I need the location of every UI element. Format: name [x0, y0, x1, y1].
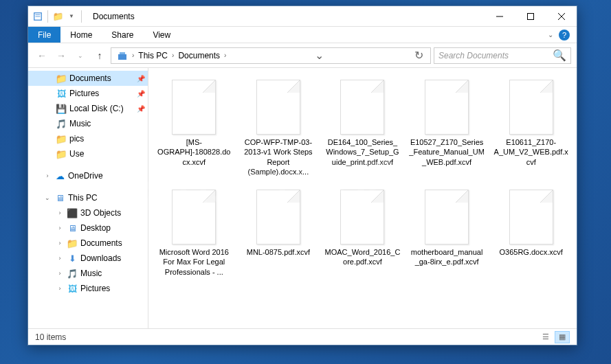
- explorer-window: 📁 ▼ Documents File Home Share View ⌄ ? ←…: [27, 5, 577, 345]
- file-name: Microsoft Word 2016 For Max For Legal Pr…: [156, 247, 232, 277]
- qat-dropdown-icon[interactable]: ▼: [66, 11, 77, 22]
- search-icon[interactable]: 🔍: [553, 49, 566, 62]
- breadcrumb-item[interactable]: This PC: [135, 51, 170, 60]
- titlebar: 📁 ▼ Documents: [28, 6, 577, 27]
- tree-collapsed-icon[interactable]: ›: [56, 209, 64, 216]
- search-box[interactable]: 🔍: [434, 47, 571, 64]
- file-tab[interactable]: File: [28, 27, 60, 43]
- nav-item[interactable]: ›🎵Music: [28, 266, 148, 281]
- desktop-icon: 🖥: [67, 223, 78, 234]
- file-item[interactable]: MNL-0875.pdf.xcvf: [237, 185, 320, 282]
- file-item[interactable]: O365RG.docx.xcvf: [489, 185, 573, 282]
- nav-label: Music: [69, 119, 91, 128]
- maximize-button[interactable]: [515, 6, 546, 26]
- tree-collapsed-icon[interactable]: ›: [56, 225, 64, 231]
- nav-label: pics: [69, 134, 84, 144]
- file-thumbnail-icon: [509, 190, 553, 244]
- nav-onedrive[interactable]: › ☁ OneDrive: [28, 168, 148, 183]
- chevron-right-icon[interactable]: ›: [223, 52, 227, 59]
- file-name: O365RG.docx.xcvf: [500, 247, 563, 257]
- item-count: 10 items: [35, 332, 66, 342]
- minimize-button[interactable]: [484, 6, 515, 26]
- new-folder-icon[interactable]: 📁: [52, 11, 63, 22]
- icons-view-button[interactable]: ▦: [555, 331, 570, 343]
- separator: [81, 10, 82, 23]
- body: 📁Documents📌🖼Pictures📌💾Local Disk (C:)📌🎵M…: [28, 68, 577, 328]
- nav-label: This PC: [68, 193, 98, 203]
- up-button[interactable]: ↑: [91, 47, 108, 64]
- nav-item[interactable]: ›⬇Downloads: [28, 251, 148, 266]
- breadcrumb-dropdown-icon[interactable]: ⌄: [311, 49, 328, 62]
- disk-icon: 💾: [56, 103, 67, 114]
- close-button[interactable]: [546, 6, 577, 26]
- file-list[interactable]: [MS-OGRAPH]-180828.docx.xcvfCOP-WFP-TMP-…: [148, 68, 577, 328]
- nav-item[interactable]: 🖼Pictures📌: [28, 86, 148, 101]
- tree-collapsed-icon[interactable]: ›: [56, 255, 64, 262]
- nav-item[interactable]: 📁Use: [28, 146, 148, 161]
- refresh-icon[interactable]: ↻: [410, 49, 427, 62]
- file-thumbnail-icon: [509, 80, 553, 135]
- ribbon-expand-icon[interactable]: ⌄: [548, 31, 553, 38]
- chevron-right-icon[interactable]: ›: [170, 52, 175, 59]
- pin-icon: 📌: [137, 90, 145, 98]
- file-item[interactable]: E10527_Z170_Series_Feature_Manual_UM_WEB…: [406, 75, 489, 181]
- navigation-pane: 📁Documents📌🖼Pictures📌💾Local Disk (C:)📌🎵M…: [28, 68, 148, 328]
- svg-rect-4: [527, 13, 533, 19]
- tree-expanded-icon[interactable]: ⌄: [43, 194, 52, 201]
- breadcrumb[interactable]: › This PC › Documents › ⌄ ↻: [111, 47, 431, 64]
- nav-item[interactable]: ›🖥Desktop: [28, 220, 148, 236]
- status-bar: 10 items ☰ ▦: [28, 328, 577, 345]
- ribbon-help-area: ⌄ ?: [541, 27, 577, 43]
- svg-rect-7: [118, 54, 126, 60]
- nav-item[interactable]: 🎵Music: [28, 116, 148, 131]
- tree-collapsed-icon[interactable]: ›: [43, 172, 52, 179]
- file-item[interactable]: DE164_100_Series_Windows_7_Setup_Guide_p…: [321, 75, 404, 181]
- svg-rect-8: [120, 52, 125, 54]
- tree-collapsed-icon[interactable]: ›: [56, 285, 64, 292]
- back-button[interactable]: ←: [34, 47, 50, 64]
- nav-item[interactable]: ›📁Documents: [28, 236, 148, 251]
- downloads-icon: ⬇: [67, 253, 78, 264]
- tree-collapsed-icon[interactable]: ›: [56, 240, 64, 247]
- pictures-icon: 🖼: [56, 88, 67, 99]
- quick-access-toolbar: 📁 ▼: [28, 10, 87, 23]
- details-view-button[interactable]: ☰: [538, 331, 553, 343]
- pictures-icon: 🖼: [67, 283, 78, 294]
- forward-button[interactable]: →: [53, 47, 69, 64]
- file-name: E10527_Z170_Series_Feature_Manual_UM_WEB…: [409, 137, 485, 167]
- nav-label: OneDrive: [68, 171, 103, 181]
- search-input[interactable]: [438, 51, 553, 60]
- file-name: COP-WFP-TMP-03-2013-v1 Work Steps Report…: [241, 137, 316, 176]
- nav-item[interactable]: 💾Local Disk (C:)📌: [28, 101, 148, 116]
- breadcrumb-item[interactable]: Documents: [175, 51, 223, 60]
- file-thumbnail-icon: [256, 190, 300, 244]
- nav-item[interactable]: 📁pics: [28, 131, 148, 146]
- file-item[interactable]: E10611_Z170-A_UM_V2_WEB.pdf.xcvf: [489, 75, 573, 181]
- file-thumbnail-icon: [340, 80, 384, 135]
- help-icon[interactable]: ?: [559, 30, 570, 41]
- nav-label: Documents: [80, 238, 122, 248]
- file-item[interactable]: COP-WFP-TMP-03-2013-v1 Work Steps Report…: [237, 75, 320, 181]
- folder-icon: 📁: [56, 133, 67, 144]
- nav-item[interactable]: ›🖼Pictures: [28, 281, 148, 296]
- file-item[interactable]: MOAC_Word_2016_Core.pdf.xcvf: [321, 185, 404, 282]
- folder-icon: 📁: [56, 73, 67, 84]
- nav-label: Pictures: [80, 284, 110, 293]
- tree-collapsed-icon[interactable]: ›: [56, 270, 64, 277]
- file-item[interactable]: motherboard_manual_ga-8irx_e.pdf.xcvf: [406, 185, 489, 282]
- music-icon: 🎵: [67, 268, 78, 279]
- nav-thispc[interactable]: ⌄ 🖥 This PC: [28, 190, 148, 205]
- view-tab[interactable]: View: [143, 27, 180, 43]
- nav-item[interactable]: ›⬛3D Objects: [28, 205, 148, 220]
- share-tab[interactable]: Share: [102, 27, 143, 43]
- chevron-right-icon[interactable]: ›: [131, 52, 135, 59]
- recent-dropdown[interactable]: ⌄: [72, 47, 89, 64]
- address-bar: ← → ⌄ ↑ › This PC › Documents › ⌄ ↻ 🔍: [28, 43, 577, 68]
- file-item[interactable]: [MS-OGRAPH]-180828.docx.xcvf: [153, 75, 236, 181]
- properties-icon[interactable]: [32, 11, 43, 22]
- file-thumbnail-icon: [425, 80, 469, 135]
- home-tab[interactable]: Home: [60, 27, 102, 43]
- view-buttons: ☰ ▦: [538, 331, 570, 343]
- file-item[interactable]: Microsoft Word 2016 For Max For Legal Pr…: [153, 185, 236, 282]
- nav-item[interactable]: 📁Documents📌: [28, 71, 148, 86]
